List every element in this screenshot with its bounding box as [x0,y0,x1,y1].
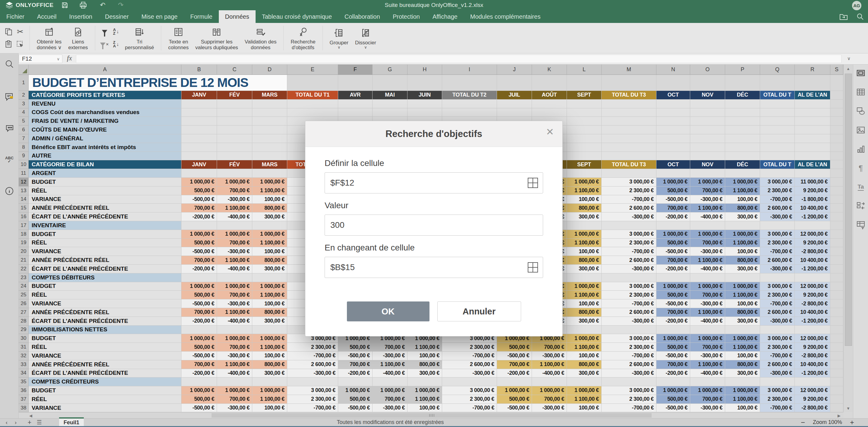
column-header-K[interactable]: K [532,64,567,75]
month-header-JUIL[interactable]: JUIL [497,91,532,99]
value-cell[interactable]: 100,00 € [252,404,287,412]
section-label-3[interactable]: IMMOBILISATIONS NETTES [29,325,181,334]
year-total-cell[interactable]: 12 000,00 € [795,230,830,239]
quarter-total-cell[interactable]: 2 300,00 € [601,291,656,300]
insert-function-button[interactable]: fx [67,54,72,62]
value-cell[interactable]: -300,00 € [217,247,252,256]
value-cell[interactable]: 1 100,00 € [217,204,252,212]
cell[interactable] [567,152,601,161]
cell[interactable] [830,178,843,187]
cell[interactable] [217,152,252,161]
cell[interactable] [601,377,656,386]
value-cell[interactable]: -500,00 € [656,247,690,256]
cell[interactable] [407,99,442,108]
line-label[interactable]: RÉEL [29,343,181,351]
cell[interactable] [373,377,407,386]
year-total-cell[interactable]: 11 000,00 € [795,178,830,187]
cell[interactable] [252,134,287,143]
cell[interactable] [567,221,601,230]
month-header-SEPT[interactable]: SEPT [567,91,601,99]
cell[interactable] [690,325,725,334]
cell[interactable] [601,143,656,152]
prev-sheet-icon[interactable]: ‹ [3,419,10,426]
cell[interactable] [601,125,656,134]
quarter-total-cell[interactable]: 3 000,00 € [601,386,656,395]
cell[interactable] [795,125,830,134]
year-total-header[interactable]: AL DE L’AN [795,160,830,169]
value-cell[interactable]: -500,00 € [656,195,690,204]
quarter-total-cell[interactable]: 2 300,00 € [601,239,656,248]
row-header-34[interactable]: 34 [19,369,29,378]
value-cell[interactable]: 1 100,00 € [690,256,725,265]
value-cell[interactable]: -500,00 € [497,404,532,412]
value-cell[interactable]: -300,00 € [217,404,252,412]
quarter-total-cell[interactable]: 3 000,00 € [287,386,338,395]
row-header-17[interactable]: 17 [19,221,29,230]
menu-tab-mise-en-page[interactable]: Mise en page [135,10,184,23]
cell[interactable] [567,274,601,282]
cell[interactable] [601,99,656,108]
cell[interactable] [760,377,795,386]
value-cell[interactable]: 500,00 € [656,239,690,248]
cell[interactable] [442,377,497,386]
value-cell[interactable]: 700,00 € [656,308,690,317]
cell[interactable] [830,247,843,256]
pl-row-label[interactable]: Bénéfice EBIT avant intérêts et impôts [29,143,181,152]
cell[interactable] [567,108,601,117]
column-header-N[interactable]: N [656,64,690,75]
month-header-DÉC[interactable]: DÉC [725,91,760,99]
value-cell[interactable]: 300,00 € [252,212,287,221]
quarter-total-cell[interactable]: -300,00 € [760,317,795,325]
year-total-cell[interactable]: 9 200,00 € [795,291,830,300]
row-header-23[interactable]: 23 [19,274,29,282]
column-header-L[interactable]: L [567,64,601,75]
sort-az-icon[interactable]: AZ↓ [111,27,121,36]
value-cell[interactable]: 1 000,00 € [181,334,217,343]
value-cell[interactable]: 1 100,00 € [567,291,601,300]
value-cell[interactable]: -300,00 € [690,404,725,412]
value-cell[interactable]: 700,00 € [181,256,217,265]
value-cell[interactable]: 700,00 € [181,308,217,317]
value-cell[interactable]: -400,00 € [217,369,252,378]
cell[interactable] [725,221,760,230]
cell[interactable] [181,99,217,108]
value-cell[interactable]: 1 100,00 € [373,360,407,369]
cell[interactable] [217,108,252,117]
value-cell[interactable]: 1 100,00 € [725,187,760,195]
value-cell[interactable]: -300,00 € [690,351,725,360]
value-cell[interactable]: -300,00 € [690,195,725,204]
column-header-H[interactable]: H [407,64,442,75]
pivot-settings-icon[interactable] [856,220,866,230]
value-cell[interactable]: 1 000,00 € [217,230,252,239]
value-cell[interactable]: 700,00 € [217,291,252,300]
line-label[interactable]: RÉEL [29,395,181,404]
menu-tab-modules-compl-mentaires[interactable]: Modules complémentaires [464,10,547,23]
month-header-DÉC[interactable]: DÉC [725,160,760,169]
value-cell[interactable]: 800,00 € [567,256,601,265]
horizontal-scroll-thumb[interactable] [212,413,652,418]
quarter-total-cell[interactable]: -300,00 € [601,317,656,325]
value-cell[interactable]: 1 000,00 € [252,282,287,291]
column-header-I[interactable]: I [442,64,497,75]
column-header-D[interactable]: D [252,64,287,75]
cell[interactable] [656,377,690,386]
month-header-MARS[interactable]: MARS [252,160,287,169]
year-total-cell[interactable]: -1 800,00 € [795,195,830,204]
menu-tab-dessiner[interactable]: Dessiner [98,10,135,23]
quarter-total-cell[interactable]: 2 300,00 € [760,395,795,404]
value-cell[interactable]: 700,00 € [217,343,252,351]
cell[interactable] [830,300,843,308]
cell[interactable] [252,108,287,117]
value-cell[interactable]: 800,00 € [567,308,601,317]
row-header-12[interactable]: 12 [19,178,29,187]
line-label[interactable]: VARIANCE [29,300,181,308]
scroll-down-icon[interactable]: ▼ [844,404,853,412]
value-cell[interactable]: 500,00 € [338,343,373,351]
zoom-out-button[interactable]: − [801,418,805,427]
value-cell[interactable]: 500,00 € [181,395,217,404]
cell[interactable] [601,117,656,125]
value-cell[interactable]: 800,00 € [725,256,760,265]
cell[interactable] [830,143,843,152]
quarter-total-cell[interactable]: -300,00 € [760,212,795,221]
value-cell[interactable]: -400,00 € [217,317,252,325]
